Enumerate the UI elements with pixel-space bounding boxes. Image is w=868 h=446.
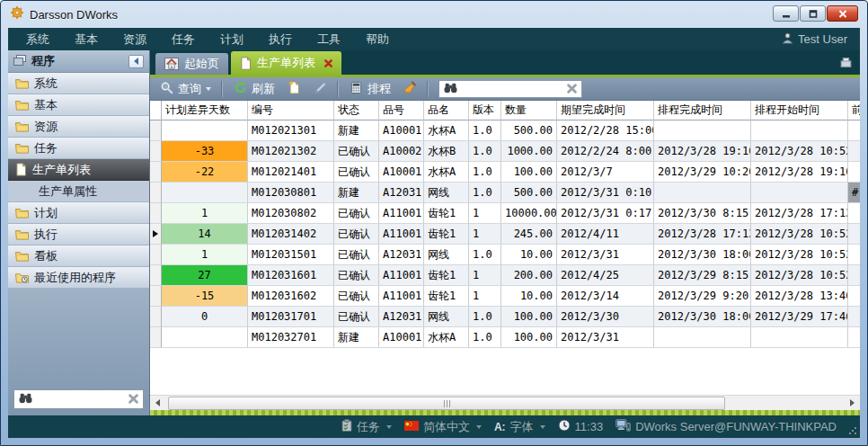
table-cell[interactable] — [162, 120, 248, 141]
table-row[interactable]: 1M012031501已确认A12031网线1.010.002012/3/312… — [150, 245, 860, 265]
table-cell[interactable]: 2012/3/28 10:52 — [751, 224, 848, 245]
table-cell[interactable] — [848, 327, 860, 348]
table-cell[interactable]: 1 — [469, 286, 501, 307]
table-cell[interactable] — [848, 162, 860, 183]
table-cell[interactable]: 1.0 — [469, 120, 501, 141]
table-cell[interactable]: -33 — [162, 141, 248, 162]
table-cell[interactable]: 1 — [162, 245, 248, 265]
table-cell[interactable]: 水杯A — [424, 327, 469, 348]
table-cell[interactable]: A10001 — [379, 162, 424, 183]
table-cell[interactable]: 14 — [162, 224, 248, 245]
status-task-menu[interactable]: 任务 — [341, 419, 392, 435]
table-cell[interactable]: 245.00 — [501, 224, 557, 245]
table-row[interactable]: M012030801新建A12031网线1.0500.002012/3/31 0… — [150, 183, 860, 203]
clear-button[interactable] — [399, 79, 421, 99]
sidebar-item[interactable]: 生产单列表 — [8, 159, 149, 181]
table-cell[interactable] — [848, 265, 860, 286]
table-cell[interactable]: 2012/3/28 10:52 — [751, 245, 848, 265]
table-cell[interactable] — [751, 327, 848, 348]
user-indicator[interactable]: Test User — [782, 32, 855, 47]
table-cell[interactable]: 齿轮1 — [424, 224, 469, 245]
status-server[interactable]: DWorks Server@FUNWAY-THINKPAD — [616, 419, 837, 434]
sidebar-collapse-button[interactable] — [128, 55, 144, 68]
row-selector[interactable] — [150, 120, 162, 141]
table-cell[interactable]: 200.00 — [501, 265, 557, 286]
status-font-menu[interactable]: A: 字体 — [494, 419, 545, 435]
sidebar-item[interactable]: 执行 — [8, 224, 149, 245]
table-cell[interactable]: 2012/4/25 — [557, 265, 654, 286]
table-cell[interactable]: 网线 — [424, 307, 469, 327]
table-cell[interactable]: 水杯B — [424, 141, 469, 162]
scroll-left-button[interactable] — [150, 396, 165, 411]
table-cell[interactable] — [848, 120, 860, 141]
table-cell[interactable]: 水杯A — [424, 120, 469, 141]
table-cell[interactable]: 100.00 — [501, 162, 557, 183]
table-cell[interactable]: 1000.00 — [501, 141, 557, 162]
table-cell[interactable]: 齿轮1 — [424, 286, 469, 307]
sidebar-item[interactable]: 最近使用的程序 — [8, 267, 149, 289]
table-cell[interactable] — [848, 141, 860, 162]
table-cell[interactable]: M012031402 — [248, 224, 334, 245]
sidebar-item[interactable]: 看板 — [8, 245, 149, 267]
menu-item[interactable]: 资源 — [111, 28, 159, 50]
table-cell[interactable]: 2012/3/29 17:46 — [751, 307, 848, 327]
table-cell[interactable]: 1 — [469, 224, 501, 245]
menu-item[interactable]: 计划 — [208, 28, 256, 50]
table-cell[interactable]: 1.0 — [469, 245, 501, 265]
row-selector[interactable] — [150, 183, 162, 203]
table-cell[interactable]: 1.0 — [469, 141, 501, 162]
table-row[interactable]: 27M012031601已确认A11001齿轮11200.002012/4/25… — [150, 265, 860, 286]
table-cell[interactable]: M012031601 — [248, 265, 334, 286]
table-cell[interactable]: 2012/3/29 9:20 — [654, 286, 751, 307]
menu-item[interactable]: 帮助 — [353, 28, 402, 50]
table-cell[interactable]: 网线 — [424, 183, 469, 203]
table-cell[interactable]: A10002 — [379, 141, 424, 162]
column-header[interactable]: 排程开始时间 — [751, 101, 848, 120]
table-cell[interactable]: 2012/3/28 13:40 — [751, 286, 848, 307]
table-cell[interactable]: 27 — [162, 265, 248, 286]
maximize-button[interactable] — [800, 5, 826, 22]
table-cell[interactable]: A12031 — [379, 183, 424, 203]
sidebar-item[interactable]: 资源 — [8, 116, 149, 138]
table-cell[interactable]: 已确认 — [334, 141, 379, 162]
row-selector[interactable] — [150, 307, 162, 327]
refresh-button[interactable]: 刷新 — [229, 79, 279, 99]
table-cell[interactable]: 2012/3/31 0:10 — [557, 183, 654, 203]
table-cell[interactable] — [654, 120, 751, 141]
grid-search-input[interactable] — [462, 83, 562, 95]
table-cell[interactable]: 已确认 — [334, 162, 379, 183]
table-cell[interactable]: M012031602 — [248, 286, 334, 307]
table-cell[interactable]: 2012/3/30 18:00 — [654, 245, 751, 265]
tab-active[interactable]: 生产单列表 — [231, 51, 341, 75]
pin-tabs-icon[interactable] — [839, 56, 853, 72]
table-cell[interactable]: 齿轮1 — [424, 265, 469, 286]
table-row[interactable]: -33M012021302已确认A10002水杯B1.01000.002012/… — [150, 141, 860, 162]
table-cell[interactable]: 1.0 — [469, 327, 501, 348]
sidebar-item[interactable]: 系统 — [8, 73, 149, 94]
new-button[interactable] — [283, 78, 306, 99]
table-cell[interactable]: -22 — [162, 162, 248, 183]
row-selector[interactable] — [150, 265, 162, 286]
table-cell[interactable] — [848, 286, 860, 307]
minimize-button[interactable] — [773, 5, 799, 22]
sidebar-item[interactable]: 任务 — [8, 138, 149, 159]
table-cell[interactable]: 1 — [162, 203, 248, 224]
table-cell[interactable]: 已确认 — [334, 224, 379, 245]
tab-close-icon[interactable] — [324, 59, 332, 67]
table-cell[interactable]: M012021301 — [248, 120, 334, 141]
row-selector[interactable] — [150, 162, 162, 183]
table-cell[interactable]: 已确认 — [334, 203, 379, 224]
table-row[interactable]: -15M012031602已确认A11001齿轮1110.002012/3/14… — [150, 286, 860, 307]
query-dropdown-icon[interactable] — [206, 87, 211, 91]
table-cell[interactable]: 100.00 — [501, 307, 557, 327]
table-cell[interactable] — [162, 183, 248, 203]
tab[interactable]: 起始页 — [155, 53, 228, 75]
table-cell[interactable]: 网线 — [424, 245, 469, 265]
table-cell[interactable]: A12031 — [379, 307, 424, 327]
menu-item[interactable]: 工具 — [305, 28, 353, 50]
query-button[interactable]: 查询 — [155, 79, 216, 99]
column-header[interactable]: 品名 — [424, 101, 469, 120]
sidebar-item[interactable]: 计划 — [8, 202, 149, 224]
table-cell[interactable]: 2012/3/30 18:00 — [654, 307, 751, 327]
row-selector[interactable] — [150, 224, 162, 245]
